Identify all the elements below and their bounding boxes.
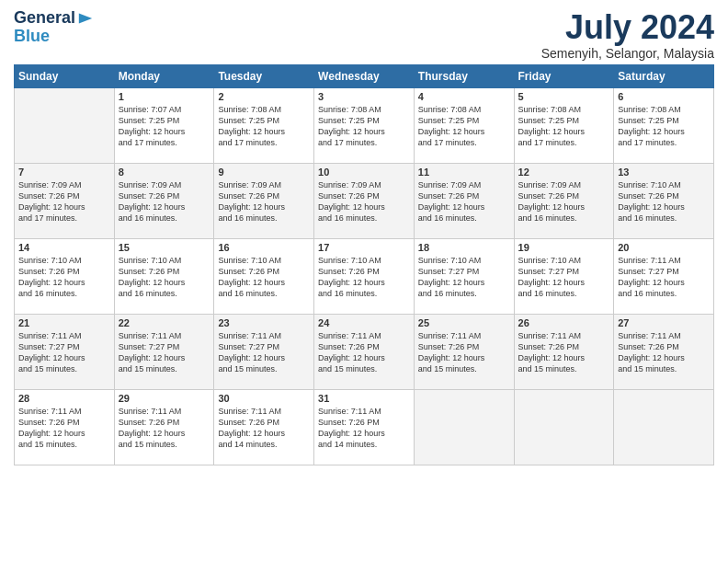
- day-info: Sunrise: 7:11 AMSunset: 7:26 PMDaylight:…: [218, 406, 310, 451]
- day-cell: 3Sunrise: 7:08 AMSunset: 7:25 PMDaylight…: [314, 87, 415, 163]
- day-info: Sunrise: 7:09 AMSunset: 7:26 PMDaylight:…: [318, 179, 410, 224]
- day-cell: [15, 87, 115, 163]
- day-info: Sunrise: 7:08 AMSunset: 7:25 PMDaylight:…: [418, 104, 510, 149]
- day-cell: 1Sunrise: 7:07 AMSunset: 7:25 PMDaylight…: [114, 87, 214, 163]
- day-cell: 23Sunrise: 7:11 AMSunset: 7:27 PMDayligh…: [214, 314, 314, 389]
- day-number: 29: [119, 393, 210, 404]
- day-cell: 6Sunrise: 7:08 AMSunset: 7:25 PMDaylight…: [614, 87, 714, 163]
- calendar-table: Sunday Monday Tuesday Wednesday Thursday…: [14, 64, 714, 465]
- day-cell: 24Sunrise: 7:11 AMSunset: 7:26 PMDayligh…: [314, 314, 415, 389]
- day-cell: 7Sunrise: 7:09 AMSunset: 7:26 PMDaylight…: [15, 163, 115, 238]
- day-cell: 13Sunrise: 7:10 AMSunset: 7:26 PMDayligh…: [614, 163, 714, 238]
- svg-marker-0: [79, 13, 92, 23]
- day-number: 11: [418, 167, 510, 178]
- col-saturday: Saturday: [614, 64, 714, 87]
- location: Semenyih, Selangor, Malaysia: [541, 46, 714, 61]
- day-info: Sunrise: 7:08 AMSunset: 7:25 PMDaylight:…: [318, 104, 410, 149]
- day-cell: [414, 389, 514, 465]
- day-info: Sunrise: 7:11 AMSunset: 7:27 PMDaylight:…: [618, 255, 710, 300]
- day-info: Sunrise: 7:11 AMSunset: 7:26 PMDaylight:…: [418, 330, 510, 375]
- day-number: 25: [418, 317, 510, 328]
- day-info: Sunrise: 7:09 AMSunset: 7:26 PMDaylight:…: [418, 179, 510, 224]
- day-number: 26: [518, 317, 610, 328]
- title-block: July 2024 Semenyih, Selangor, Malaysia: [541, 9, 714, 61]
- day-number: 7: [18, 167, 110, 178]
- day-info: Sunrise: 7:11 AMSunset: 7:27 PMDaylight:…: [119, 330, 210, 375]
- day-cell: 12Sunrise: 7:09 AMSunset: 7:26 PMDayligh…: [514, 163, 614, 238]
- day-cell: [614, 389, 714, 465]
- week-row-0: 1Sunrise: 7:07 AMSunset: 7:25 PMDaylight…: [15, 87, 714, 163]
- day-info: Sunrise: 7:08 AMSunset: 7:25 PMDaylight:…: [218, 104, 310, 149]
- day-cell: 25Sunrise: 7:11 AMSunset: 7:26 PMDayligh…: [414, 314, 514, 389]
- col-monday: Monday: [114, 64, 214, 87]
- day-cell: [514, 389, 614, 465]
- day-info: Sunrise: 7:11 AMSunset: 7:27 PMDaylight:…: [218, 330, 310, 375]
- day-info: Sunrise: 7:09 AMSunset: 7:26 PMDaylight:…: [518, 179, 610, 224]
- day-info: Sunrise: 7:10 AMSunset: 7:27 PMDaylight:…: [518, 255, 610, 300]
- day-number: 12: [518, 167, 610, 178]
- day-info: Sunrise: 7:11 AMSunset: 7:27 PMDaylight:…: [18, 330, 110, 375]
- week-row-3: 21Sunrise: 7:11 AMSunset: 7:27 PMDayligh…: [15, 314, 714, 389]
- day-cell: 19Sunrise: 7:10 AMSunset: 7:27 PMDayligh…: [514, 238, 614, 314]
- day-info: Sunrise: 7:11 AMSunset: 7:26 PMDaylight:…: [119, 406, 210, 451]
- day-info: Sunrise: 7:11 AMSunset: 7:26 PMDaylight:…: [618, 330, 710, 375]
- day-cell: 9Sunrise: 7:09 AMSunset: 7:26 PMDaylight…: [214, 163, 314, 238]
- day-cell: 16Sunrise: 7:10 AMSunset: 7:26 PMDayligh…: [214, 238, 314, 314]
- day-cell: 4Sunrise: 7:08 AMSunset: 7:25 PMDaylight…: [414, 87, 514, 163]
- day-number: 1: [119, 91, 210, 102]
- day-number: 19: [518, 242, 610, 253]
- day-number: 16: [218, 242, 310, 253]
- day-cell: 5Sunrise: 7:08 AMSunset: 7:25 PMDaylight…: [514, 87, 614, 163]
- day-info: Sunrise: 7:11 AMSunset: 7:26 PMDaylight:…: [518, 330, 610, 375]
- day-number: 31: [318, 393, 410, 404]
- col-friday: Friday: [514, 64, 614, 87]
- header-row: Sunday Monday Tuesday Wednesday Thursday…: [15, 64, 714, 87]
- day-info: Sunrise: 7:09 AMSunset: 7:26 PMDaylight:…: [119, 179, 210, 224]
- day-info: Sunrise: 7:07 AMSunset: 7:25 PMDaylight:…: [119, 104, 210, 149]
- day-number: 30: [218, 393, 310, 404]
- day-number: 9: [218, 167, 310, 178]
- day-number: 21: [18, 317, 110, 328]
- day-info: Sunrise: 7:09 AMSunset: 7:26 PMDaylight:…: [218, 179, 310, 224]
- day-info: Sunrise: 7:09 AMSunset: 7:26 PMDaylight:…: [18, 179, 110, 224]
- week-row-1: 7Sunrise: 7:09 AMSunset: 7:26 PMDaylight…: [15, 163, 714, 238]
- day-cell: 18Sunrise: 7:10 AMSunset: 7:27 PMDayligh…: [414, 238, 514, 314]
- day-cell: 2Sunrise: 7:08 AMSunset: 7:25 PMDaylight…: [214, 87, 314, 163]
- logo: General Blue: [14, 9, 94, 46]
- col-tuesday: Tuesday: [214, 64, 314, 87]
- day-cell: 29Sunrise: 7:11 AMSunset: 7:26 PMDayligh…: [114, 389, 214, 465]
- day-cell: 20Sunrise: 7:11 AMSunset: 7:27 PMDayligh…: [614, 238, 714, 314]
- week-row-2: 14Sunrise: 7:10 AMSunset: 7:26 PMDayligh…: [15, 238, 714, 314]
- logo-icon: [77, 10, 94, 27]
- day-number: 3: [318, 91, 410, 102]
- col-sunday: Sunday: [15, 64, 115, 87]
- day-cell: 27Sunrise: 7:11 AMSunset: 7:26 PMDayligh…: [614, 314, 714, 389]
- day-number: 22: [119, 317, 210, 328]
- day-number: 10: [318, 167, 410, 178]
- day-number: 18: [418, 242, 510, 253]
- day-cell: 10Sunrise: 7:09 AMSunset: 7:26 PMDayligh…: [314, 163, 415, 238]
- day-cell: 15Sunrise: 7:10 AMSunset: 7:26 PMDayligh…: [114, 238, 214, 314]
- day-number: 13: [618, 167, 710, 178]
- day-info: Sunrise: 7:10 AMSunset: 7:26 PMDaylight:…: [318, 255, 410, 300]
- day-number: 28: [18, 393, 110, 404]
- day-cell: 22Sunrise: 7:11 AMSunset: 7:27 PMDayligh…: [114, 314, 214, 389]
- logo-text-blue: Blue: [14, 27, 50, 45]
- day-info: Sunrise: 7:11 AMSunset: 7:26 PMDaylight:…: [318, 406, 410, 451]
- header: General Blue July 2024 Semenyih, Selango…: [14, 9, 714, 61]
- day-number: 15: [119, 242, 210, 253]
- day-cell: 17Sunrise: 7:10 AMSunset: 7:26 PMDayligh…: [314, 238, 415, 314]
- month-title: July 2024: [541, 9, 714, 46]
- day-cell: 14Sunrise: 7:10 AMSunset: 7:26 PMDayligh…: [15, 238, 115, 314]
- day-number: 23: [218, 317, 310, 328]
- day-info: Sunrise: 7:10 AMSunset: 7:26 PMDaylight:…: [618, 179, 710, 224]
- day-number: 4: [418, 91, 510, 102]
- day-number: 17: [318, 242, 410, 253]
- day-info: Sunrise: 7:10 AMSunset: 7:27 PMDaylight:…: [418, 255, 510, 300]
- day-number: 2: [218, 91, 310, 102]
- day-info: Sunrise: 7:08 AMSunset: 7:25 PMDaylight:…: [618, 104, 710, 149]
- logo-text-general: General: [14, 9, 75, 28]
- day-number: 27: [618, 317, 710, 328]
- day-cell: 31Sunrise: 7:11 AMSunset: 7:26 PMDayligh…: [314, 389, 415, 465]
- day-cell: 21Sunrise: 7:11 AMSunset: 7:27 PMDayligh…: [15, 314, 115, 389]
